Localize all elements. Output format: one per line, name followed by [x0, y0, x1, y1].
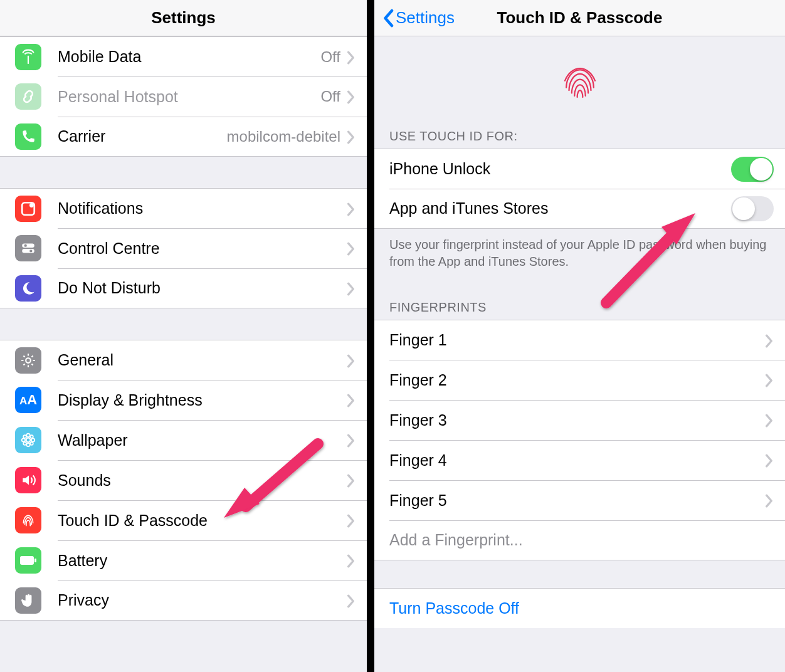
panel-divider: [367, 0, 374, 672]
settings-title: Settings: [151, 8, 216, 28]
chevron-right-icon: [347, 86, 356, 107]
svg-point-13: [30, 435, 33, 438]
touchid-header: Settings Touch ID & Passcode: [374, 0, 785, 36]
fingerprint-icon: [558, 60, 602, 104]
fingerprints-section: Finger 1Finger 2Finger 3Finger 4Finger 5…: [374, 320, 785, 560]
toggle-app-itunes[interactable]: [731, 196, 774, 221]
svg-point-12: [23, 435, 26, 438]
fingerprint-row-finger-4[interactable]: Finger 4: [374, 440, 785, 480]
svg-point-10: [22, 438, 25, 441]
svg-point-5: [29, 249, 32, 252]
phone-icon: [15, 123, 41, 150]
row-value: mobilcom-debitel: [227, 128, 340, 145]
settings-row-battery[interactable]: Battery: [0, 540, 367, 580]
row-value: Off: [320, 88, 340, 105]
svg-rect-17: [34, 559, 36, 562]
svg-point-7: [26, 438, 31, 443]
chevron-right-icon: [347, 198, 356, 219]
use-section: iPhone UnlockApp and iTunes Stores: [374, 149, 785, 229]
chevron-right-icon: [347, 350, 356, 371]
svg-point-9: [26, 443, 29, 446]
settings-row-carrier[interactable]: Carriermobilcom-debitel: [0, 117, 367, 157]
svg-point-6: [26, 358, 31, 363]
settings-row-general[interactable]: General: [0, 340, 367, 380]
row-label: Touch ID & Passcode: [58, 512, 347, 530]
back-button[interactable]: Settings: [382, 8, 455, 28]
touchid-toggle-row-iphone-unlock: iPhone Unlock: [374, 149, 785, 189]
hand-icon: [15, 587, 41, 614]
chevron-right-icon: [347, 126, 356, 147]
row-label: Sounds: [58, 471, 347, 490]
svg-rect-3: [22, 249, 34, 253]
turn-passcode-off-row[interactable]: Turn Passcode Off: [374, 588, 785, 628]
chevron-right-icon: [765, 490, 774, 511]
row-label: Finger 5: [389, 491, 765, 510]
chevron-right-icon: [347, 278, 356, 299]
row-label: iPhone Unlock: [389, 160, 731, 178]
settings-row-mobile-data[interactable]: Mobile DataOff: [0, 36, 367, 76]
chevron-right-icon: [347, 429, 356, 451]
toggle-iphone-unlock[interactable]: [731, 157, 774, 182]
fingerprint-row-finger-2[interactable]: Finger 2: [374, 360, 785, 400]
chevron-right-icon: [765, 409, 774, 431]
settings-row-display[interactable]: AADisplay & Brightness: [0, 380, 367, 420]
turn-passcode-off-label: Turn Passcode Off: [389, 599, 774, 617]
row-label: App and iTunes Stores: [389, 199, 731, 218]
switches-icon: [15, 235, 41, 261]
row-label: Privacy: [58, 591, 347, 609]
svg-point-1: [29, 203, 34, 207]
row-label: Mobile Data: [58, 48, 320, 66]
fingerprints-section-label: FINGERPRINTS: [374, 283, 785, 320]
settings-list[interactable]: Mobile DataOffPersonal HotspotOffCarrier…: [0, 36, 367, 672]
settings-row-do-not-disturb[interactable]: Do Not Disturb: [0, 268, 367, 308]
chain-icon: [15, 83, 41, 110]
svg-point-15: [30, 442, 33, 445]
touchid-scroll[interactable]: USE TOUCH ID FOR: iPhone UnlockApp and i…: [374, 36, 785, 672]
row-label: General: [58, 351, 347, 369]
settings-panel: Settings Mobile DataOffPersonal HotspotO…: [0, 0, 367, 672]
settings-row-sounds[interactable]: Sounds: [0, 460, 367, 500]
svg-point-8: [26, 434, 29, 437]
row-label: Finger 2: [389, 371, 765, 389]
settings-row-wallpaper[interactable]: Wallpaper: [0, 420, 367, 460]
touchid-panel: Settings Touch ID & Passcode USE TOUCH I…: [374, 0, 785, 672]
fingerprint-row-finger-1[interactable]: Finger 1: [374, 320, 785, 360]
antenna-icon: [15, 44, 41, 70]
svg-rect-2: [22, 243, 34, 248]
speaker-icon: [15, 467, 41, 493]
row-label: Finger 1: [389, 331, 765, 349]
fingerprint-icon: [15, 507, 41, 533]
row-label: Do Not Disturb: [58, 279, 347, 297]
chevron-right-icon: [347, 590, 356, 611]
svg-rect-16: [20, 556, 34, 565]
chevron-right-icon: [347, 550, 356, 571]
settings-row-personal-hotspot[interactable]: Personal HotspotOff: [0, 76, 367, 117]
settings-row-touchid[interactable]: Touch ID & Passcode: [0, 500, 367, 540]
chevron-right-icon: [347, 46, 356, 68]
back-label: Settings: [396, 8, 455, 28]
chevron-right-icon: [347, 510, 356, 531]
row-label: Control Centre: [58, 239, 347, 258]
fingerprint-row-finger-5[interactable]: Finger 5: [374, 480, 785, 520]
touchid-title: Touch ID & Passcode: [497, 8, 663, 28]
chevron-right-icon: [347, 238, 356, 259]
gear-icon: [15, 347, 41, 374]
chevron-right-icon: [765, 369, 774, 391]
svg-point-11: [31, 438, 34, 441]
settings-row-control-centre[interactable]: Control Centre: [0, 228, 367, 268]
settings-row-privacy[interactable]: Privacy: [0, 580, 367, 621]
fingerprint-row-finger-3[interactable]: Finger 3: [374, 400, 785, 440]
use-section-label: USE TOUCH ID FOR:: [374, 118, 785, 149]
touchid-toggle-row-app-itunes: App and iTunes Stores: [374, 189, 785, 229]
add-fingerprint-row[interactable]: Add a Fingerprint...: [374, 520, 785, 560]
row-label: Finger 4: [389, 451, 765, 470]
row-label: Battery: [58, 552, 347, 570]
settings-header: Settings: [0, 0, 367, 36]
svg-point-4: [24, 244, 27, 247]
row-label: Notifications: [58, 199, 347, 218]
settings-row-notifications[interactable]: Notifications: [0, 188, 367, 228]
battery-icon: [15, 547, 41, 574]
moon-icon: [15, 275, 41, 302]
add-fingerprint-label: Add a Fingerprint...: [389, 531, 774, 549]
chevron-right-icon: [347, 389, 356, 411]
